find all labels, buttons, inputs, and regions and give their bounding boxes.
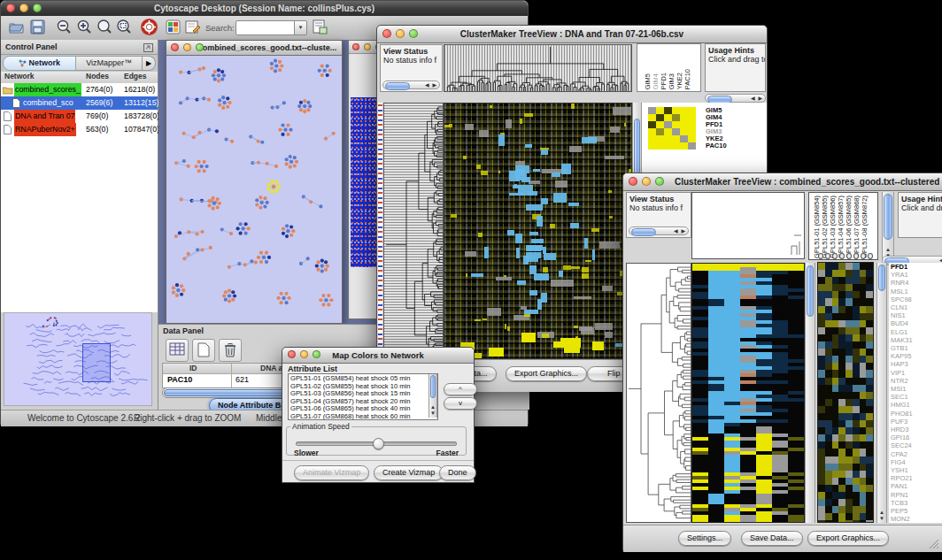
zoom-in-icon[interactable] <box>76 19 92 38</box>
minimize-button[interactable] <box>642 177 651 186</box>
tab-network[interactable]: Network <box>3 56 76 71</box>
search-dropdown-arrow[interactable]: ▼ <box>294 20 307 35</box>
view-status-scrollbar[interactable]: ◀ ▶ <box>629 226 689 235</box>
minimize-button[interactable] <box>19 4 28 12</box>
zoom-out-icon[interactable] <box>56 19 72 38</box>
heatmap-vscrollbar[interactable] <box>805 263 815 523</box>
usage-hints-scrollbar[interactable]: ◀ ▶ <box>705 94 766 103</box>
search-label: Search: <box>205 23 235 33</box>
create-vizmap-button[interactable]: Create Vizmap <box>374 465 444 480</box>
close-button[interactable] <box>6 4 15 12</box>
tab-vizmapper[interactable]: VizMapper™ <box>76 56 143 71</box>
network-canvas[interactable] <box>167 56 341 322</box>
close-button[interactable] <box>629 177 637 186</box>
export-graphics-button[interactable]: Export Graphics... <box>506 366 587 381</box>
main-titlebar[interactable]: Cytoscape Desktop (Session Name: collins… <box>1 1 528 17</box>
attribute-list-scrollbar[interactable]: ▲▼ <box>429 374 437 418</box>
zoom-button[interactable] <box>33 4 42 12</box>
open-folder-icon[interactable] <box>8 19 25 38</box>
zoom-button[interactable] <box>655 177 664 186</box>
matrix-cell <box>688 107 696 114</box>
network-row-dna-tran[interactable]: DNA and Tran 07 769(0) 183728(0) <box>1 110 158 123</box>
done-button[interactable]: Done <box>439 465 476 480</box>
gene-label: PFD1 <box>891 263 928 271</box>
row-dendrogram-area[interactable] <box>626 263 691 523</box>
minimize-button[interactable] <box>183 43 191 51</box>
column-label: YKE2 <box>676 73 683 89</box>
heatmap-global-view[interactable] <box>691 263 805 523</box>
gene-label: SEC1 <box>891 393 928 401</box>
slider-min-label: Slower <box>294 449 319 457</box>
zoom-button[interactable] <box>313 350 320 358</box>
close-button[interactable] <box>288 350 296 358</box>
new-document-icon[interactable] <box>192 339 215 362</box>
move-up-button[interactable]: ^ <box>444 383 477 395</box>
gene-label: PHO81 <box>891 410 928 418</box>
minimize-button[interactable] <box>300 350 308 358</box>
network-row-rnapuber[interactable]: RNAPuberNov2+ 563(0) 107847(0) <box>1 123 158 136</box>
plugin-manager-icon[interactable] <box>166 19 181 38</box>
attribute-list-label: Attribute List <box>288 364 337 373</box>
file-icon <box>12 98 20 108</box>
gene-label: MON2 <box>891 515 928 523</box>
gene-label: PAN1 <box>891 482 928 490</box>
matrix-column-labels-box: GIM5GIM4PFD1GIM3YKE2PAC10 <box>637 43 701 92</box>
minimize-button[interactable] <box>396 29 405 38</box>
row-color-strip <box>378 103 382 359</box>
row-dendrogram[interactable] <box>383 103 444 359</box>
import-table-icon[interactable] <box>312 19 328 38</box>
matrix-cell <box>664 128 672 135</box>
gene-label: PUF3 <box>891 418 928 426</box>
attribute-item[interactable]: GPL51-07 (GSM868) heat shock 60 min <box>290 413 436 421</box>
matrix-cell <box>664 121 672 128</box>
gpl-column-labels: GPL51-01 (GSM854)GPL51-02 (GSM855)GPL51-… <box>813 194 869 258</box>
attribute-list[interactable]: GPL51-01 (GSM854) heat shock 05 minGPL51… <box>288 373 438 420</box>
heatmap-zoom-view[interactable] <box>817 262 874 523</box>
network-row-combined-scores[interactable]: combined_scores_ 2764(0) 16218(0) <box>1 83 158 96</box>
resize-grip[interactable] <box>929 539 939 549</box>
animation-speed-slider[interactable] <box>296 441 457 446</box>
status-hint-middle: Middle- <box>256 410 285 426</box>
tab-overflow-arrow[interactable]: ▶ <box>143 56 156 71</box>
column-label: GPL51-04 (GSM857) <box>837 196 845 258</box>
heatmap-global-view[interactable] <box>444 103 632 359</box>
matrix-cell <box>688 142 696 150</box>
network-overview-pane[interactable] <box>4 312 152 406</box>
close-button[interactable] <box>382 29 391 38</box>
zoom-fit-icon[interactable] <box>97 19 112 38</box>
matrix-cell <box>680 114 688 121</box>
help-lifesaver-icon[interactable] <box>141 19 158 39</box>
labels-vscrollbar[interactable]: ▲▼ <box>882 192 894 260</box>
view-status-scrollbar[interactable]: ◀ ▶ <box>382 81 440 89</box>
settings-button[interactable]: Settings... <box>678 531 731 546</box>
gene-vscrollbar[interactable]: ▲▼ <box>876 263 887 523</box>
zoom-selected-icon[interactable] <box>116 19 132 38</box>
network-row-combined-sco-selected[interactable]: combined_sco 2569(6) 13112(15) <box>1 96 158 110</box>
gene-label: CPA2 <box>891 450 928 458</box>
network-tab-icon <box>19 59 27 67</box>
animate-vizmap-button[interactable]: Animate Vizmap <box>294 465 369 480</box>
zoom-button[interactable] <box>196 43 204 51</box>
zoom-button[interactable] <box>409 29 418 38</box>
column-label: GPL51-08 (GSM872) <box>861 196 869 258</box>
move-down-button[interactable]: v <box>444 397 477 410</box>
save-data-button[interactable]: Save Data... <box>741 531 803 546</box>
matrix-cell <box>672 135 680 142</box>
animation-speed-group: Animation Speed Slower Faster <box>286 422 467 456</box>
correlation-matrix[interactable] <box>648 107 696 150</box>
export-graphics-button[interactable]: Export Graphics... <box>807 531 889 546</box>
search-input[interactable] <box>236 20 296 35</box>
gene-name-list: PFD1YRA1RNR4MSL1SPC98CLN1NIS1BUD4ELG1MAK… <box>889 263 928 523</box>
matrix-cell <box>648 121 656 128</box>
overview-viewport-rect[interactable] <box>82 343 111 382</box>
slider-thumb[interactable] <box>373 438 384 449</box>
folder-icon <box>3 86 13 95</box>
column-tree-marks <box>692 193 804 258</box>
column-label: PFD1 <box>660 73 668 89</box>
table-grid-icon[interactable] <box>166 339 189 362</box>
annotation-icon[interactable] <box>185 19 201 38</box>
save-icon[interactable] <box>30 19 45 38</box>
column-dendrogram[interactable] <box>444 44 632 92</box>
trash-icon[interactable] <box>219 339 242 362</box>
close-button[interactable] <box>171 43 179 51</box>
